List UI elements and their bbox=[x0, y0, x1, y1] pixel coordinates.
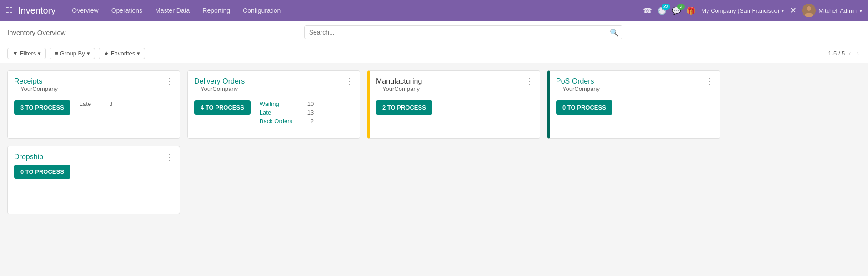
chat-icon[interactable]: 💬 3 bbox=[672, 6, 681, 15]
pagination-text: 1-5 / 5 bbox=[828, 50, 845, 57]
card-pos-orders: PoS Orders YourCompany ⋮ 0 TO PROCESS bbox=[547, 70, 720, 139]
card-pos-menu-icon[interactable]: ⋮ bbox=[705, 77, 713, 85]
search-area: 🔍 bbox=[304, 25, 622, 39]
top-nav: ☷ Inventory Overview Operations Master D… bbox=[0, 0, 868, 21]
prev-page-button[interactable]: ‹ bbox=[847, 49, 853, 59]
stat-late-label: Late bbox=[80, 100, 91, 107]
card-dropship-title[interactable]: Dropship bbox=[14, 153, 43, 161]
groupby-caret: ▾ bbox=[87, 50, 90, 57]
stat-backorders-label[interactable]: Back Orders bbox=[260, 118, 292, 125]
card-delivery-orders: Delivery Orders YourCompany ⋮ 4 TO PROCE… bbox=[187, 70, 360, 139]
search-icon[interactable]: 🔍 bbox=[610, 28, 619, 37]
favorites-caret: ▾ bbox=[137, 50, 140, 57]
search-input[interactable] bbox=[304, 25, 622, 39]
card-delivery-company: YourCompany bbox=[194, 85, 245, 97]
stat-waiting-value: 10 bbox=[307, 100, 314, 107]
card-dropship-process-btn[interactable]: 0 TO PROCESS bbox=[14, 165, 70, 179]
card-dropship-header: Dropship ⋮ bbox=[8, 146, 180, 163]
nav-menu: Overview Operations Master Data Reportin… bbox=[66, 4, 643, 17]
favorites-label: Favorites bbox=[111, 50, 135, 57]
filters-caret: ▾ bbox=[38, 50, 41, 57]
card-receipts-menu-icon[interactable]: ⋮ bbox=[165, 77, 173, 85]
stat-backorders-value: 2 bbox=[311, 118, 314, 125]
stat-late-value: 3 bbox=[109, 100, 112, 107]
card-manufacturing-body: 2 TO PROCESS bbox=[370, 99, 540, 121]
card-delivery-process-btn[interactable]: 4 TO PROCESS bbox=[194, 100, 251, 115]
company-name: My Company (San Francisco) bbox=[701, 7, 779, 14]
filter-controls: ▼ Filters ▾ ≡ Group By ▾ ★ Favorites ▾ bbox=[7, 48, 145, 59]
stat-backorders-row: Back Orders 2 bbox=[260, 118, 314, 125]
card-manufacturing-title[interactable]: Manufacturing bbox=[376, 77, 426, 85]
stat-late-label[interactable]: Late bbox=[260, 109, 271, 116]
nav-right: ☎ 🕐 22 💬 3 🎁 My Company (San Francisco) … bbox=[643, 4, 863, 17]
next-page-button[interactable]: › bbox=[855, 49, 861, 59]
chat-badge: 3 bbox=[677, 4, 685, 10]
activity-icon[interactable]: 🕐 22 bbox=[657, 6, 667, 15]
card-pos-process-btn[interactable]: 0 TO PROCESS bbox=[556, 100, 612, 115]
close-icon[interactable]: ✕ bbox=[790, 5, 797, 15]
activity-badge: 22 bbox=[662, 4, 670, 10]
nav-operations[interactable]: Operations bbox=[106, 4, 148, 17]
user-dropdown-icon: ▾ bbox=[859, 7, 863, 14]
card-dropship-body: 0 TO PROCESS bbox=[8, 163, 180, 185]
favorites-button[interactable]: ★ Favorites ▾ bbox=[99, 48, 145, 59]
card-pos-title[interactable]: PoS Orders bbox=[556, 77, 606, 85]
card-receipts-company: YourCompany bbox=[14, 85, 64, 97]
stat-late-row: Late 13 bbox=[260, 109, 314, 116]
card-pos-company: YourCompany bbox=[556, 85, 606, 97]
card-receipts: Receipts YourCompany ⋮ 3 TO PROCESS Late… bbox=[7, 70, 180, 139]
phone-icon[interactable]: ☎ bbox=[643, 6, 652, 15]
user-name: Mitchell Admin bbox=[818, 7, 857, 14]
nav-configuration[interactable]: Configuration bbox=[237, 4, 286, 17]
filter-icon: ▼ bbox=[12, 50, 18, 57]
stat-waiting-label[interactable]: Waiting bbox=[260, 100, 279, 107]
app-title[interactable]: Inventory bbox=[18, 5, 55, 16]
card-manufacturing: Manufacturing YourCompany ⋮ 2 TO PROCESS bbox=[367, 70, 540, 139]
nav-overview[interactable]: Overview bbox=[66, 4, 104, 17]
avatar bbox=[802, 4, 816, 17]
grid-icon[interactable]: ☷ bbox=[5, 5, 13, 15]
page-title: Inventory Overview bbox=[7, 29, 65, 36]
stat-row-late: Late 3 bbox=[80, 100, 113, 107]
groupby-icon: ≡ bbox=[55, 50, 58, 57]
gift-icon[interactable]: 🎁 bbox=[687, 6, 696, 15]
card-manufacturing-process-btn[interactable]: 2 TO PROCESS bbox=[376, 100, 432, 115]
nav-master-data[interactable]: Master Data bbox=[150, 4, 195, 17]
stat-late-value: 13 bbox=[307, 109, 314, 116]
card-delivery-header: Delivery Orders YourCompany ⋮ bbox=[188, 71, 360, 99]
card-receipts-stats: Late 3 bbox=[80, 100, 113, 107]
card-receipts-process-btn[interactable]: 3 TO PROCESS bbox=[14, 100, 70, 115]
secondary-bar: Inventory Overview 🔍 bbox=[0, 21, 868, 44]
card-delivery-stats: Waiting 10 Late 13 Back Orders 2 bbox=[260, 100, 314, 125]
company-dropdown-icon: ▾ bbox=[781, 7, 784, 14]
groupby-label: Group By bbox=[60, 50, 85, 57]
card-delivery-menu-icon[interactable]: ⋮ bbox=[345, 77, 353, 85]
filters-button[interactable]: ▼ Filters ▾ bbox=[7, 48, 46, 59]
card-receipts-header: Receipts YourCompany ⋮ bbox=[8, 71, 180, 99]
filter-bar: ▼ Filters ▾ ≡ Group By ▾ ★ Favorites ▾ 1… bbox=[0, 44, 868, 63]
card-manufacturing-header: Manufacturing YourCompany ⋮ bbox=[370, 71, 540, 99]
card-receipts-body: 3 TO PROCESS Late 3 bbox=[8, 99, 180, 121]
card-dropship-menu-icon[interactable]: ⋮ bbox=[165, 153, 173, 161]
card-dropship: Dropship ⋮ 0 TO PROCESS bbox=[7, 146, 180, 214]
pagination: 1-5 / 5 ‹ › bbox=[828, 49, 861, 59]
user-menu[interactable]: Mitchell Admin ▾ bbox=[802, 4, 863, 17]
company-selector[interactable]: My Company (San Francisco) ▾ bbox=[701, 7, 784, 14]
card-delivery-body: 4 TO PROCESS Waiting 10 Late 13 Back Ord… bbox=[188, 99, 360, 131]
filters-label: Filters bbox=[20, 50, 36, 57]
card-pos-body: 0 TO PROCESS bbox=[550, 99, 720, 121]
card-receipts-title[interactable]: Receipts bbox=[14, 77, 64, 85]
svg-point-1 bbox=[807, 6, 811, 11]
stat-waiting-row: Waiting 10 bbox=[260, 100, 314, 107]
card-pos-header: PoS Orders YourCompany ⋮ bbox=[550, 71, 720, 99]
card-manufacturing-company: YourCompany bbox=[376, 85, 426, 97]
cards-container: Receipts YourCompany ⋮ 3 TO PROCESS Late… bbox=[0, 63, 868, 221]
groupby-button[interactable]: ≡ Group By ▾ bbox=[50, 48, 95, 59]
star-icon: ★ bbox=[104, 50, 109, 57]
card-manufacturing-menu-icon[interactable]: ⋮ bbox=[525, 77, 533, 85]
nav-reporting[interactable]: Reporting bbox=[197, 4, 236, 17]
card-delivery-title[interactable]: Delivery Orders bbox=[194, 77, 245, 85]
